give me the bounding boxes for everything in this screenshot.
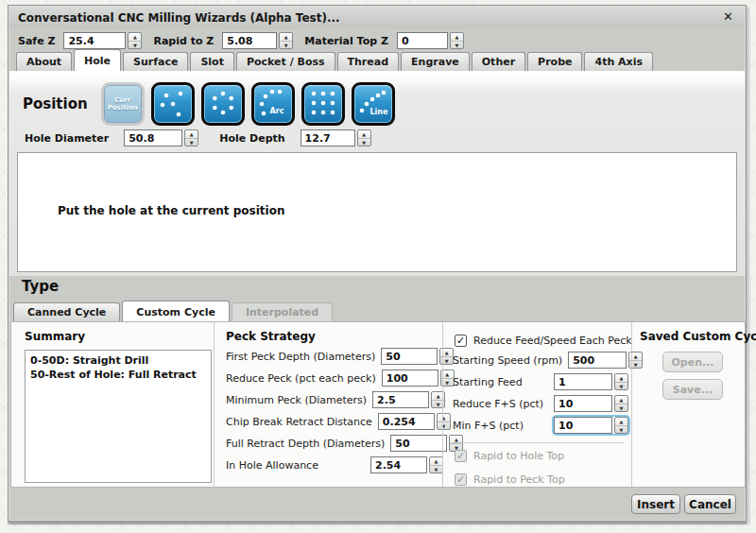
reduce-fs-spinner[interactable]: ▲▼	[614, 395, 628, 412]
desktop-background: Conversational CNC Milling Wizards (Alph…	[0, 0, 756, 533]
spinner-up-icon[interactable]: ▲	[280, 33, 292, 41]
saved-cycles-column: Saved Custom Cycles Open... Save...	[631, 322, 745, 487]
open-button: Open...	[662, 352, 723, 372]
field-row: In Hole Allowance ▲▼	[226, 456, 443, 473]
position-description-text: Put the hole at the current position	[58, 204, 727, 217]
min-fs-spinner[interactable]: ▲▼	[614, 417, 628, 434]
starting-feed-spinner[interactable]: ▲▼	[614, 373, 628, 390]
insert-button[interactable]: Insert	[631, 494, 680, 514]
starting-feed-input[interactable]	[554, 373, 612, 390]
wizard-tab-bar: About Hole Surface Slot Pocket / Boss Th…	[9, 50, 745, 71]
hole-depth-spinner[interactable]: ▲▼	[357, 129, 371, 146]
position-current-button[interactable]: Curr Position	[101, 82, 145, 126]
spinner-up-icon[interactable]: ▲	[358, 130, 370, 138]
custom-cycle-panel: Summary 0-50D: Straight Drill 50-Rest of…	[10, 321, 746, 488]
spinner-up-icon[interactable]: ▲	[185, 130, 198, 138]
tab-custom-cycle[interactable]: Custom Cycle	[122, 301, 230, 321]
min-fs-input[interactable]	[554, 417, 612, 434]
in-hole-allowance-label: In Hole Allowance	[226, 459, 324, 472]
position-arc-button[interactable]: Arc	[251, 82, 295, 126]
field-row: Chip Break Retract Distance ▲▼	[226, 413, 443, 430]
position-grid-button[interactable]	[301, 82, 345, 126]
tab-other[interactable]: Other	[472, 52, 525, 71]
reduce-feed-speed-label: Reduce Feed/Speed Each Peck	[473, 335, 632, 347]
position-line-button[interactable]: Line	[352, 82, 395, 126]
field-row: Reduce Peck (pct each peck) ▲▼	[226, 370, 443, 387]
hole-depth-input[interactable]	[301, 129, 355, 146]
circle-pattern-icon	[205, 86, 241, 122]
safe-z-input[interactable]	[63, 32, 126, 49]
tab-canned-cycle[interactable]: Canned Cycle	[13, 302, 120, 321]
first-peck-depth-label: First Peck Depth (Diameters)	[226, 351, 381, 363]
tab-4th-axis[interactable]: 4th Axis	[584, 52, 653, 71]
starting-speed-input[interactable]	[568, 352, 627, 369]
type-tab-bar: Canned Cycle Custom Cycle Interpolated	[13, 300, 335, 321]
saved-cycles-heading: Saved Custom Cycles	[640, 330, 745, 343]
material-top-z-control: ▲▼	[397, 32, 464, 49]
rapid-to-peck-top-label: Rapid to Peck Top	[473, 473, 565, 486]
safe-z-spinner[interactable]: ▲▼	[128, 32, 142, 49]
spinner-down-icon[interactable]: ▼	[451, 41, 463, 49]
reduce-fs-input[interactable]	[554, 395, 612, 412]
first-peck-depth-input[interactable]	[381, 348, 438, 365]
minimum-peck-input[interactable]	[372, 391, 429, 408]
full-retract-depth-input[interactable]	[390, 435, 447, 452]
position-label: Position	[23, 95, 88, 112]
tab-engrave[interactable]: Engrave	[401, 52, 470, 71]
material-top-z-input[interactable]	[397, 32, 448, 49]
spinner-down-icon[interactable]: ▼	[129, 41, 141, 49]
spinner-up-icon[interactable]: ▲	[615, 418, 627, 425]
tab-probe[interactable]: Probe	[527, 52, 582, 71]
tab-about[interactable]: About	[16, 52, 72, 71]
reduce-peck-label: Reduce Peck (pct each peck)	[226, 372, 382, 385]
position-scatter-button[interactable]	[151, 82, 195, 126]
reduce-peck-input[interactable]	[382, 370, 438, 387]
chip-break-retract-input[interactable]	[378, 413, 435, 430]
spinner-up-icon[interactable]: ▲	[451, 33, 463, 41]
rapid-z-input[interactable]	[222, 32, 277, 49]
min-fs-label: Min F+S (pct)	[453, 420, 529, 432]
starting-speed-label: Starting Speed (rpm)	[453, 354, 568, 367]
field-row: Starting Speed (rpm) ▲▼	[453, 352, 628, 369]
field-row: Min F+S (pct) ▲▼	[453, 417, 628, 434]
spinner-down-icon[interactable]: ▼	[615, 425, 627, 434]
position-description-box: Put the hole at the current position	[17, 152, 737, 272]
cancel-button[interactable]: Cancel	[684, 494, 736, 514]
hole-tab-panel: Position Curr Position	[9, 71, 745, 276]
spinner-up-icon[interactable]: ▲	[430, 457, 442, 465]
current-position-label: Curr Position	[104, 96, 142, 112]
spinner-up-icon[interactable]: ▲	[129, 33, 141, 41]
spinner-down-icon[interactable]: ▼	[615, 404, 627, 412]
rapid-z-spinner[interactable]: ▲▼	[279, 32, 293, 49]
starting-feed-control: ▲▼	[554, 373, 628, 390]
summary-line: 0-50D: Straight Drill	[30, 353, 206, 368]
in-hole-allowance-spinner[interactable]: ▲▼	[429, 456, 443, 473]
in-hole-allowance-input[interactable]	[370, 456, 427, 473]
peck-strategy-column: Peck Strategy First Peck Depth (Diameter…	[214, 322, 442, 487]
spinner-up-icon[interactable]: ▲	[615, 374, 627, 382]
spinner-down-icon[interactable]: ▼	[358, 138, 370, 146]
material-top-z-spinner[interactable]: ▲▼	[450, 32, 464, 49]
hole-diameter-spinner[interactable]: ▲▼	[184, 129, 198, 146]
field-row: First Peck Depth (Diameters) ▲▼	[226, 348, 443, 365]
arc-pattern-icon: Arc	[255, 86, 291, 122]
close-icon[interactable]: ✕	[723, 9, 733, 24]
hole-diameter-input[interactable]	[124, 129, 182, 146]
tab-hole[interactable]: Hole	[74, 49, 121, 71]
title-bar[interactable]: Conversational CNC Milling Wizards (Alph…	[9, 7, 745, 28]
position-circle-button[interactable]	[201, 82, 245, 126]
spinner-down-icon[interactable]: ▼	[430, 465, 442, 473]
tab-thread[interactable]: Thread	[337, 52, 400, 71]
tab-pocket-boss[interactable]: Pocket / Boss	[236, 52, 335, 71]
reduce-feed-speed-checkbox[interactable]: ✓	[455, 335, 467, 347]
tab-surface[interactable]: Surface	[123, 52, 188, 71]
spinner-down-icon[interactable]: ▼	[280, 41, 292, 49]
tab-slot[interactable]: Slot	[190, 52, 234, 71]
spinner-down-icon[interactable]: ▼	[185, 138, 198, 146]
safe-z-group: Safe Z ▲▼	[18, 32, 142, 49]
hole-depth-control: ▲▼	[301, 129, 371, 146]
hole-diameter-label: Hole Diameter	[25, 132, 109, 145]
spinner-up-icon[interactable]: ▲	[615, 396, 627, 404]
spinner-down-icon[interactable]: ▼	[615, 382, 627, 390]
feed-section-divider	[453, 442, 624, 443]
